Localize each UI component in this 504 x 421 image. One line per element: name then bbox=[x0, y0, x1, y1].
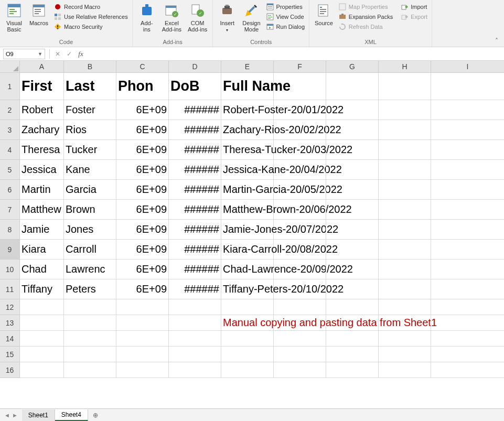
cell-B2[interactable]: Foster bbox=[64, 100, 116, 120]
cell-C11[interactable]: 6E+09 bbox=[116, 279, 169, 299]
cell-G9[interactable] bbox=[326, 240, 379, 260]
cell-A2[interactable]: Robert bbox=[20, 100, 64, 120]
cell-E6[interactable]: Martin-Garcia-20/05/2022 bbox=[221, 180, 274, 200]
cell-G8[interactable] bbox=[326, 220, 379, 240]
cell-C15[interactable] bbox=[116, 347, 169, 362]
cell-E2[interactable]: Robert-Foster-20/01/2022 bbox=[221, 100, 274, 120]
cell-G5[interactable] bbox=[326, 160, 379, 180]
cell-E13[interactable]: Manual copying and pasting data from She… bbox=[221, 315, 274, 331]
cell-B11[interactable]: Peters bbox=[64, 279, 116, 299]
cell-B8[interactable]: Jones bbox=[64, 220, 116, 240]
cell-F8[interactable] bbox=[274, 220, 326, 240]
cell-F3[interactable] bbox=[274, 120, 326, 140]
cell-I11[interactable] bbox=[431, 279, 504, 299]
cell-H2[interactable] bbox=[379, 100, 431, 120]
cell-D16[interactable] bbox=[169, 362, 221, 378]
row-header-6[interactable]: 6 bbox=[0, 180, 20, 200]
design-mode-button[interactable]: Design Mode bbox=[239, 1, 263, 34]
column-header-E[interactable]: E bbox=[221, 61, 274, 73]
row-header-2[interactable]: 2 bbox=[0, 100, 20, 120]
cell-E8[interactable]: Jamie-Jones-20/07/2022 bbox=[221, 220, 274, 240]
cell-F6[interactable] bbox=[274, 180, 326, 200]
cell-D6[interactable]: ###### bbox=[169, 180, 221, 200]
macros-button[interactable]: Macros bbox=[26, 1, 51, 27]
map-properties-button[interactable]: Map Properties bbox=[336, 2, 395, 12]
cancel-formula-button[interactable]: ✕ bbox=[52, 49, 63, 59]
row-header-11[interactable]: 11 bbox=[0, 279, 20, 299]
cell-C7[interactable]: 6E+09 bbox=[116, 200, 169, 220]
cell-B7[interactable]: Brown bbox=[64, 200, 116, 220]
name-box[interactable]: O9 ▼ bbox=[3, 49, 45, 59]
row-header-16[interactable]: 16 bbox=[0, 362, 20, 378]
sheet-tab-sheet1[interactable]: Sheet1 bbox=[22, 409, 55, 421]
cell-E16[interactable] bbox=[221, 362, 274, 378]
cell-A5[interactable]: Jessica bbox=[20, 160, 64, 180]
cell-H4[interactable] bbox=[379, 140, 431, 160]
cell-H3[interactable] bbox=[379, 120, 431, 140]
cell-I10[interactable] bbox=[431, 260, 504, 279]
cell-H6[interactable] bbox=[379, 180, 431, 200]
cell-D1[interactable]: DoB bbox=[169, 73, 221, 100]
run-dialog-button[interactable]: Run Dialog bbox=[264, 22, 307, 31]
column-header-C[interactable]: C bbox=[116, 61, 169, 73]
cell-E1[interactable]: Full Name bbox=[221, 73, 274, 100]
cell-I13[interactable] bbox=[431, 315, 504, 331]
cell-H1[interactable] bbox=[379, 73, 431, 100]
cell-F15[interactable] bbox=[274, 347, 326, 362]
excel-addins-button[interactable]: ✓ Excel Add-ins bbox=[159, 1, 185, 34]
cell-I2[interactable] bbox=[431, 100, 504, 120]
cell-H5[interactable] bbox=[379, 160, 431, 180]
record-macro-button[interactable]: Record Macro bbox=[51, 2, 130, 12]
column-header-B[interactable]: B bbox=[64, 61, 116, 73]
cell-G15[interactable] bbox=[326, 347, 379, 362]
addins-button[interactable]: Add- ins bbox=[135, 1, 159, 34]
cell-E12[interactable] bbox=[221, 299, 274, 315]
cell-D13[interactable] bbox=[169, 315, 221, 331]
visual-basic-button[interactable]: Visual Basic bbox=[2, 1, 26, 34]
cell-F13[interactable] bbox=[274, 315, 326, 331]
cell-B10[interactable]: Lawrenc bbox=[64, 260, 116, 279]
formula-input[interactable] bbox=[87, 49, 504, 59]
cell-D3[interactable]: ###### bbox=[169, 120, 221, 140]
cell-F5[interactable] bbox=[274, 160, 326, 180]
column-header-A[interactable]: A bbox=[20, 61, 64, 73]
cell-I6[interactable] bbox=[431, 180, 504, 200]
row-header-8[interactable]: 8 bbox=[0, 220, 20, 240]
row-header-1[interactable]: 1 bbox=[0, 73, 20, 100]
cell-C16[interactable] bbox=[116, 362, 169, 378]
cell-F2[interactable] bbox=[274, 100, 326, 120]
row-header-12[interactable]: 12 bbox=[0, 299, 20, 315]
row-header-10[interactable]: 10 bbox=[0, 260, 20, 279]
column-header-F[interactable]: F bbox=[274, 61, 326, 73]
cell-A11[interactable]: Tiffany bbox=[20, 279, 64, 299]
properties-button[interactable]: Properties bbox=[264, 2, 307, 12]
cell-I15[interactable] bbox=[431, 347, 504, 362]
row-header-7[interactable]: 7 bbox=[0, 200, 20, 220]
cell-E10[interactable]: Chad-Lawrence-20/09/2022 bbox=[221, 260, 274, 279]
cell-C1[interactable]: Phon bbox=[116, 73, 169, 100]
cell-I9[interactable] bbox=[431, 240, 504, 260]
cell-F11[interactable] bbox=[274, 279, 326, 299]
cell-G4[interactable] bbox=[326, 140, 379, 160]
cell-I7[interactable] bbox=[431, 200, 504, 220]
cell-D15[interactable] bbox=[169, 347, 221, 362]
cell-H11[interactable] bbox=[379, 279, 431, 299]
expansion-packs-button[interactable]: Expansion Packs bbox=[336, 12, 395, 21]
cell-D4[interactable]: ###### bbox=[169, 140, 221, 160]
source-button[interactable]: Source bbox=[312, 1, 336, 27]
import-button[interactable]: Import bbox=[398, 2, 430, 12]
cell-G10[interactable] bbox=[326, 260, 379, 279]
cell-E3[interactable]: Zachary-Rios-20/02/2022 bbox=[221, 120, 274, 140]
cell-I8[interactable] bbox=[431, 220, 504, 240]
cell-D12[interactable] bbox=[169, 299, 221, 315]
cell-A9[interactable]: Kiara bbox=[20, 240, 64, 260]
cell-I12[interactable] bbox=[431, 299, 504, 315]
column-header-G[interactable]: G bbox=[326, 61, 379, 73]
cell-D14[interactable] bbox=[169, 331, 221, 347]
select-all-corner[interactable] bbox=[0, 61, 20, 73]
cell-E5[interactable]: Jessica-Kane-20/04/2022 bbox=[221, 160, 274, 180]
row-header-4[interactable]: 4 bbox=[0, 140, 20, 160]
cell-F1[interactable] bbox=[274, 73, 326, 100]
cell-F16[interactable] bbox=[274, 362, 326, 378]
cell-F4[interactable] bbox=[274, 140, 326, 160]
